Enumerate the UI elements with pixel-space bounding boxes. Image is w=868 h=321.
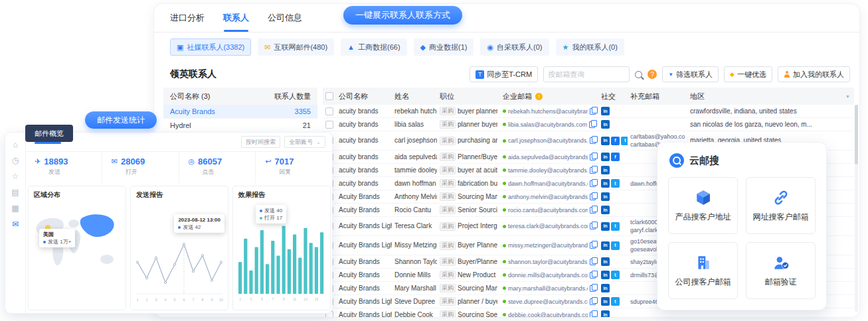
- status-dot: [503, 287, 506, 290]
- scrollbar-thumb[interactable]: [855, 105, 858, 164]
- time-search-input[interactable]: 按时间搜索: [241, 136, 280, 148]
- search-placeholder: 按邮箱查询: [548, 70, 584, 80]
- filter-chip[interactable]: ◆商业数据(1): [414, 38, 474, 56]
- chevron-down-icon: ⌄: [316, 139, 321, 145]
- copy-icon[interactable]: [590, 167, 596, 174]
- clock-icon[interactable]: ◷: [12, 157, 19, 164]
- linkedin-icon[interactable]: in: [601, 206, 610, 214]
- linkedin-icon[interactable]: in: [601, 120, 610, 129]
- apps-icon[interactable]: ▦: [11, 204, 19, 212]
- product-search-button[interactable]: 产品搜客户地址: [668, 177, 738, 234]
- company-row[interactable]: Hydrel21: [163, 119, 317, 133]
- url-search-button[interactable]: 网址搜客户邮箱: [746, 177, 816, 234]
- position-tag: 采购: [440, 206, 456, 214]
- twitter-icon[interactable]: t: [611, 179, 620, 188]
- search-icon[interactable]: [635, 71, 642, 78]
- copy-icon[interactable]: [590, 312, 596, 318]
- copy-icon[interactable]: [589, 121, 595, 128]
- copy-icon[interactable]: [590, 242, 596, 249]
- filter-chip[interactable]: ★我的联系人(0): [556, 38, 624, 56]
- region-filter-icon[interactable]: ▼: [845, 94, 850, 99]
- position-tag: 采购: [440, 153, 456, 161]
- copy-icon[interactable]: [590, 285, 596, 292]
- email-warning-icon[interactable]: !: [535, 93, 543, 100]
- contact-row[interactable]: acuity brandsrebekah hutchens采购buyer pla…: [323, 105, 854, 118]
- linkedin-icon[interactable]: in: [601, 241, 610, 250]
- svg-text:3: 3: [155, 298, 157, 302]
- linkedin-icon[interactable]: in: [601, 153, 610, 161]
- business-registry-icon: ▲: [347, 44, 355, 51]
- row-checkbox[interactable]: [325, 107, 333, 115]
- status-dot: [503, 313, 506, 316]
- company-row[interactable]: Acuity Brands3355: [163, 105, 317, 119]
- main-tab[interactable]: 公司信息: [268, 4, 302, 32]
- table-scrollbar[interactable]: [855, 105, 858, 312]
- twitter-icon[interactable]: t: [611, 222, 620, 231]
- mail-icon[interactable]: ✉: [12, 220, 19, 228]
- facebook-icon[interactable]: f: [611, 137, 620, 145]
- copy-icon[interactable]: [590, 207, 596, 214]
- sync-tcrm-button[interactable]: T 同步至T-CRM: [470, 66, 538, 82]
- select-all-checkbox[interactable]: [325, 92, 333, 100]
- copy-icon[interactable]: [590, 180, 596, 187]
- list-icon[interactable]: ▤: [11, 188, 19, 196]
- twitter-icon[interactable]: t: [611, 241, 620, 250]
- main-tab[interactable]: 进口分析: [170, 4, 205, 32]
- filter-chip[interactable]: ▲工商数据(66): [341, 38, 406, 56]
- email-verify-button[interactable]: 邮箱验证: [746, 242, 816, 299]
- help-icon[interactable]: ?: [648, 70, 657, 79]
- linkedin-icon[interactable]: in: [601, 166, 610, 174]
- copy-icon[interactable]: [590, 272, 596, 279]
- email-panel-tab[interactable]: 邮件概览: [25, 125, 73, 142]
- filter-chip[interactable]: ✉互联网邮件(480): [258, 38, 334, 56]
- copy-icon[interactable]: [590, 298, 596, 305]
- map-tooltip: 美国 发送 1万+: [39, 229, 75, 247]
- facebook-icon[interactable]: f: [611, 153, 620, 161]
- cloud-card-header: 云邮搜: [657, 143, 826, 168]
- twitter-icon[interactable]: t: [621, 137, 628, 145]
- svg-text:3: 3: [250, 297, 252, 301]
- filter-chip[interactable]: ▣社媒联系人(3382): [170, 38, 251, 56]
- svg-text:11: 11: [293, 297, 296, 301]
- add-to-my-contacts-button[interactable]: 加入我的联系人: [778, 66, 850, 82]
- world-map: [31, 201, 123, 307]
- contact-row[interactable]: acuity brandslibia salas采购planner buyerl…: [323, 118, 854, 131]
- account-select[interactable]: 全部账号 ⌄: [284, 136, 325, 148]
- internet-mail-icon: ✉: [264, 44, 270, 51]
- copy-icon[interactable]: [590, 108, 596, 115]
- filter-chip[interactable]: ◉自采联系人(0): [480, 38, 549, 56]
- linkedin-icon[interactable]: in: [601, 284, 610, 292]
- filter-contacts-button[interactable]: ▼ 筛选联系人: [662, 66, 719, 82]
- contacts-header: 公司名称姓名职位企业邮箱!社交补充邮箱地区▼: [323, 88, 854, 105]
- send-icon: ✈: [35, 157, 41, 166]
- linkedin-icon[interactable]: in: [601, 297, 610, 306]
- legend-dot: [178, 226, 181, 229]
- company-search-button[interactable]: 公司搜客户邮箱: [668, 242, 738, 299]
- linkedin-icon[interactable]: in: [601, 257, 610, 266]
- main-tab[interactable]: 联系人: [223, 4, 249, 32]
- copy-icon[interactable]: [590, 154, 596, 160]
- linkedin-icon[interactable]: in: [601, 192, 610, 201]
- optimize-button[interactable]: ◆ 一键优选: [724, 66, 772, 82]
- linkedin-icon[interactable]: in: [601, 222, 610, 231]
- home-icon[interactable]: ⌂: [13, 141, 17, 149]
- linkedin-icon[interactable]: in: [601, 271, 610, 279]
- email-search-input[interactable]: 按邮箱查询: [543, 66, 630, 82]
- copy-icon[interactable]: [590, 194, 596, 200]
- linkedin-icon[interactable]: in: [601, 137, 610, 145]
- copy-icon[interactable]: [590, 259, 596, 265]
- svg-text:8: 8: [201, 298, 203, 302]
- star-icon[interactable]: ☆: [12, 172, 19, 180]
- page: 进口分析联系人公司信息 ▣社媒联系人(3382)✉互联网邮件(480)▲工商数据…: [0, 0, 868, 321]
- copy-icon[interactable]: [590, 223, 596, 229]
- linkedin-icon[interactable]: in: [601, 107, 610, 115]
- twitter-icon[interactable]: t: [611, 271, 620, 279]
- my-contacts-icon: ★: [563, 44, 569, 51]
- svg-text:1: 1: [239, 297, 241, 301]
- linkedin-icon[interactable]: in: [601, 179, 610, 188]
- row-checkbox[interactable]: [325, 121, 333, 129]
- linkedin-icon[interactable]: in: [601, 310, 610, 317]
- twitter-icon[interactable]: t: [611, 297, 620, 306]
- position-tag: 采购: [440, 241, 456, 250]
- copy-icon[interactable]: [590, 137, 596, 144]
